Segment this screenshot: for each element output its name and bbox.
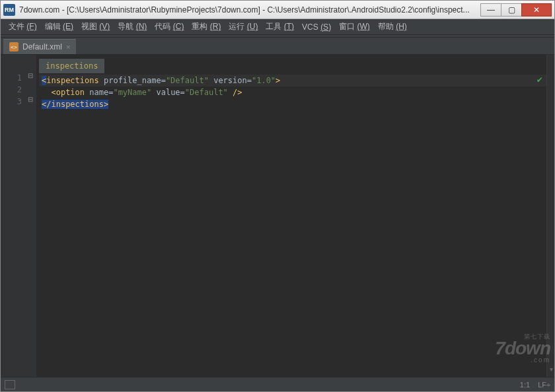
tab-close-icon[interactable]: × — [66, 43, 70, 51]
menu-window[interactable]: 窗口 (W) — [335, 19, 374, 34]
minimize-button[interactable]: — — [480, 3, 501, 16]
menu-code[interactable]: 代码 (C) — [151, 19, 188, 34]
menu-bar: 文件 (F) 编辑 (E) 视图 (V) 导航 (N) 代码 (C) 重构 (R… — [1, 19, 554, 35]
code-line[interactable]: </inspections> — [39, 98, 546, 110]
menu-file[interactable]: 文件 (F) — [5, 19, 41, 34]
xml-file-icon: <> — [9, 42, 18, 51]
app-icon: RM — [3, 4, 15, 16]
fold-close-icon[interactable]: ⊟ — [28, 96, 33, 103]
menu-navigate[interactable]: 导航 (N) — [114, 19, 151, 34]
fold-open-icon[interactable]: ⊟ — [28, 72, 33, 79]
window-titlebar[interactable]: RM 7down.com - [C:\Users\Administrator\R… — [1, 1, 554, 19]
code-editor[interactable]: inspections <inspections profile_name="D… — [36, 55, 546, 377]
line-number: 3 — [1, 96, 22, 108]
code-line[interactable]: <option name="myName" value="Default" /> — [39, 86, 546, 98]
line-separator[interactable]: LF÷ — [538, 381, 550, 389]
status-bar: 1:1 LF÷ — [1, 377, 554, 391]
menu-refactor[interactable]: 重构 (R) — [188, 19, 225, 34]
tab-label: Default.xml — [22, 42, 62, 51]
tab-default-xml[interactable]: <> Default.xml × — [3, 39, 76, 54]
cursor-position: 1:1 — [520, 381, 530, 389]
maximize-button[interactable]: ▢ — [501, 3, 522, 16]
statusbar-toggle-icon[interactable] — [5, 380, 15, 389]
fold-gutter[interactable]: ⊟ ⊟ — [27, 55, 36, 377]
menu-view[interactable]: 视图 (V) — [77, 19, 114, 34]
line-number: 2 — [1, 84, 22, 96]
menu-help[interactable]: 帮助 (H) — [374, 19, 411, 34]
scroll-hint-icon: ▾ — [550, 366, 553, 373]
menu-tools[interactable]: 工具 (T) — [262, 19, 298, 34]
menu-vcs[interactable]: VCS (S) — [298, 20, 335, 34]
inspection-ok-icon: ✔ — [537, 73, 542, 85]
line-gutter: 1 2 3 — [1, 55, 27, 377]
menu-run[interactable]: 运行 (U) — [225, 19, 262, 34]
menu-edit[interactable]: 编辑 (E) — [41, 19, 77, 34]
editor-tabs: <> Default.xml × — [1, 38, 554, 55]
error-stripe[interactable]: ▾ — [546, 55, 554, 377]
window-title: 7down.com - [C:\Users\Administrator\Ruby… — [19, 5, 481, 15]
code-line[interactable]: <inspections profile_name="Default" vers… — [39, 75, 546, 86]
line-number: 1 — [1, 72, 22, 84]
editor-area: 1 2 3 ⊟ ⊟ inspections <inspections profi… — [1, 55, 554, 377]
breadcrumb[interactable]: inspections — [39, 59, 104, 73]
close-button[interactable]: ✕ — [521, 3, 552, 16]
